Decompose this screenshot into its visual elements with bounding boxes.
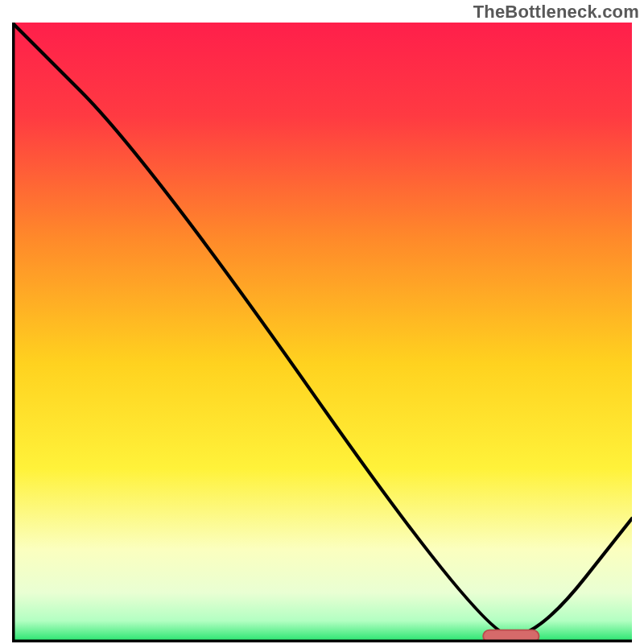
- axis-border: [12, 23, 632, 642]
- watermark-text: TheBottleneck.com: [473, 2, 639, 23]
- chart-stage: TheBottleneck.com: [0, 0, 644, 644]
- plot-area: [12, 23, 632, 632]
